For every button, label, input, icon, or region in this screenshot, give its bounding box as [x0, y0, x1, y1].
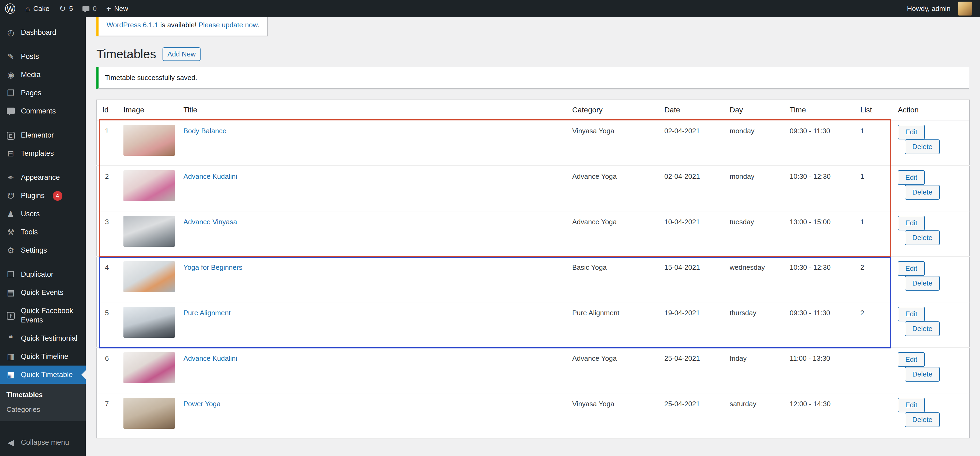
sidebar-item-templates[interactable]: ⊟ Templates	[0, 145, 86, 163]
sidebar-item-label: Quick Testimonial	[21, 334, 77, 343]
yoga-photo-thumbnail	[123, 261, 175, 292]
sidebar-item-media[interactable]: ◉ Media	[0, 66, 86, 84]
wordpress-menu[interactable]: Ⓦ	[0, 0, 20, 17]
dashboard-icon: ◴	[5, 29, 16, 37]
delete-button[interactable]: Delete	[905, 185, 940, 200]
add-new-button[interactable]: Add New	[162, 48, 200, 61]
cell-time: 09:30 - 11:30	[784, 302, 855, 348]
wordpress-version-link[interactable]: WordPress 6.1.1	[107, 21, 158, 29]
edit-button[interactable]: Edit	[898, 398, 925, 412]
edit-button[interactable]: Edit	[898, 170, 925, 185]
timetables-table: IdImageTitleCategoryDateDayTimeListActio…	[96, 100, 970, 439]
sidebar-item-posts[interactable]: ✎ Posts	[0, 48, 86, 66]
timetable-row: 3 Advance Vinyasa Advance Yoga 10-04-202…	[97, 211, 970, 257]
sidebar-item-label: Plugins	[21, 191, 45, 200]
updates-menu[interactable]: ↻ 5	[54, 0, 78, 17]
admin-bar: Ⓦ ⌂ Cake ↻ 5 0 + New Howdy, admin	[0, 0, 980, 17]
sidebar-item-appearance[interactable]: ✒ Appearance	[0, 168, 86, 187]
sidebar-item-tools[interactable]: ⚒ Tools	[0, 223, 86, 242]
timetable-title-link[interactable]: Power Yoga	[183, 400, 221, 408]
site-name: Cake	[33, 5, 49, 13]
sidebar-item-pages[interactable]: ❐ Pages	[0, 84, 86, 102]
please-update-link[interactable]: Please update now	[199, 21, 257, 29]
sidebar-item-plugins[interactable]: ☋ Plugins 4	[0, 187, 86, 205]
timetable-title-link[interactable]: Advance Vinyasa	[183, 218, 237, 226]
table-header-row: IdImageTitleCategoryDateDayTimeListActio…	[97, 100, 970, 120]
appearance-icon: ✒	[5, 174, 16, 182]
delete-button[interactable]: Delete	[905, 412, 940, 427]
cell-action: Edit Delete	[892, 393, 970, 439]
cell-list: 1	[855, 120, 892, 166]
table-body: 1 Body Balance Vinyasa Yoga 02-04-2021 m…	[97, 120, 970, 439]
cell-list	[855, 348, 892, 393]
settings-icon: ⚙	[5, 246, 16, 254]
cell-day: monday	[724, 120, 784, 166]
users-icon: ♟	[5, 210, 16, 218]
sidebar-item-label: Media	[21, 70, 41, 79]
cell-time: 12:00 - 14:30	[784, 393, 855, 439]
sidebar-item-label: Tools	[21, 227, 38, 237]
cell-time: 09:30 - 11:30	[784, 120, 855, 166]
cell-title: Advance Kudalini	[178, 348, 567, 393]
cell-category: Vinyasa Yoga	[567, 120, 659, 166]
sidebar-item-dashboard[interactable]: ◴ Dashboard	[0, 24, 86, 42]
sidebar-item-comments[interactable]: Comments	[0, 102, 86, 121]
timetables-table-container: IdImageTitleCategoryDateDayTimeListActio…	[96, 100, 969, 439]
edit-button[interactable]: Edit	[898, 307, 925, 321]
sidebar-item-quick-timetable[interactable]: ▦ Quick Timetable	[0, 365, 86, 384]
sidebar-item-duplicator[interactable]: ❒ Duplicator	[0, 265, 86, 284]
submenu-item-timetables[interactable]: Timetables	[0, 388, 86, 402]
site-name-menu[interactable]: ⌂ Cake	[20, 0, 54, 17]
updates-icon: ↻	[59, 5, 66, 13]
main-content: WordPress 6.1.1 is available! Please upd…	[86, 0, 980, 439]
sidebar-item-elementor[interactable]: E Elementor	[0, 126, 86, 145]
templates-icon: ⊟	[5, 149, 16, 157]
timetable-row: 7 Power Yoga Vinyasa Yoga 25-04-2021 sat…	[97, 393, 970, 439]
column-header: Id	[97, 100, 118, 120]
timetable-title-link[interactable]: Body Balance	[183, 127, 226, 135]
cell-image	[118, 393, 178, 439]
sidebar-item-quick-timeline[interactable]: ▥ Quick Timeline	[0, 347, 86, 365]
sidebar-item-quick-events[interactable]: ▤ Quick Events	[0, 284, 86, 302]
column-header: Day	[724, 100, 784, 120]
timetable-title-link[interactable]: Advance Kudalini	[183, 172, 237, 180]
cell-time: 10:30 - 12:30	[784, 257, 855, 302]
new-content-menu[interactable]: + New	[102, 0, 133, 17]
yoga-photo-thumbnail	[123, 170, 175, 201]
column-header: List	[855, 100, 892, 120]
edit-button[interactable]: Edit	[898, 261, 925, 276]
my-account-menu[interactable]: Howdy, admin	[902, 0, 977, 17]
success-notice-text: Timetable successfully saved.	[105, 74, 197, 82]
sidebar-item-settings[interactable]: ⚙ Settings	[0, 242, 86, 260]
update-nag-suffix: .	[257, 21, 259, 29]
cell-image	[118, 120, 178, 166]
edit-button[interactable]: Edit	[898, 352, 925, 367]
sidebar-item-label: Quick Timetable	[21, 370, 73, 380]
sidebar-item-label: Users	[21, 209, 40, 219]
collapse-menu-button[interactable]: ◀ Collapse menu	[0, 434, 86, 452]
timetable-title-link[interactable]: Advance Kudalini	[183, 354, 237, 362]
sidebar-item-users[interactable]: ♟ Users	[0, 205, 86, 223]
submenu-item-categories[interactable]: Categories	[0, 402, 86, 417]
sidebar-item-quick-facebook-events[interactable]: f Quick Facebook Events	[0, 302, 86, 329]
sidebar-item-quick-testimonial[interactable]: ❝ Quick Testimonial	[0, 329, 86, 347]
delete-button[interactable]: Delete	[905, 140, 940, 154]
delete-button[interactable]: Delete	[905, 276, 940, 291]
delete-button[interactable]: Delete	[905, 230, 940, 245]
edit-button[interactable]: Edit	[898, 216, 925, 230]
delete-button[interactable]: Delete	[905, 321, 940, 336]
facebook-icon: f	[5, 311, 16, 320]
sidebar-menu: ◴ Dashboard ✎ Posts ◉ Media ❐ Pages Comm…	[0, 17, 86, 456]
tools-icon: ⚒	[5, 228, 16, 236]
cell-list: 1	[855, 166, 892, 211]
comments-menu[interactable]: 0	[78, 0, 101, 17]
cell-day: tuesday	[724, 211, 784, 257]
timetable-row: 5 Pure Alignment Pure Alignment 19-04-20…	[97, 302, 970, 348]
timetable-title-link[interactable]: Pure Alignment	[183, 309, 231, 317]
timetable-title-link[interactable]: Yoga for Beginners	[183, 263, 242, 271]
elementor-icon: E	[5, 131, 16, 140]
cell-title: Yoga for Beginners	[178, 257, 567, 302]
edit-button[interactable]: Edit	[898, 125, 925, 140]
cell-title: Pure Alignment	[178, 302, 567, 348]
delete-button[interactable]: Delete	[905, 367, 940, 381]
